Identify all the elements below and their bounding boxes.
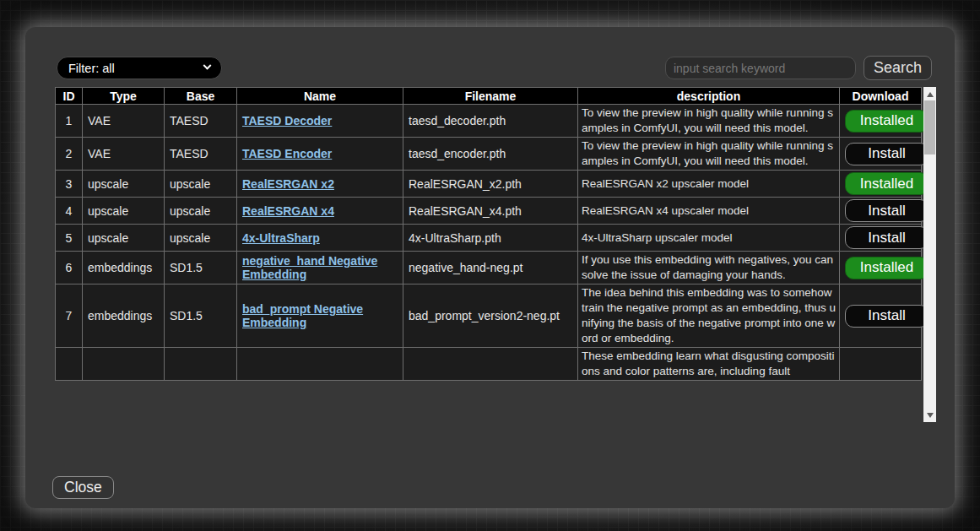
column-header-download: Download — [840, 88, 922, 105]
table-row: These embedding learn what disgusting co… — [56, 348, 922, 381]
model-name-link[interactable]: TAESD Encoder — [242, 147, 332, 160]
scrollbar-down-arrow-icon[interactable] — [923, 409, 936, 421]
cell-description: If you use this embedding with negatives… — [578, 252, 840, 284]
cell-type — [83, 348, 165, 381]
column-header-filename: Filename — [403, 88, 578, 105]
cell-description: RealESRGAN x4 upscaler model — [578, 198, 840, 225]
scrollbar-up-arrow-icon[interactable] — [923, 88, 936, 100]
search-button[interactable]: Search — [864, 56, 932, 80]
model-name-link[interactable]: TAESD Decoder — [242, 114, 332, 127]
cell-description: The idea behind this embedding was to so… — [578, 284, 840, 348]
cell-name: negative_hand Negative Embedding — [237, 252, 403, 284]
install-button[interactable]: Install — [845, 305, 929, 328]
cell-download: Install — [840, 198, 922, 225]
cell-type: embeddings — [83, 284, 165, 348]
cell-filename: taesd_decoder.pth — [403, 105, 578, 138]
cell-id: 6 — [56, 252, 83, 284]
cell-filename: taesd_encoder.pth — [403, 138, 578, 171]
model-name-link[interactable]: bad_prompt Negative Embedding — [242, 302, 363, 329]
installed-button[interactable]: Installed — [845, 110, 929, 133]
cell-type: VAE — [83, 105, 165, 138]
scrollbar-thumb[interactable] — [924, 100, 935, 154]
cell-id — [56, 348, 83, 381]
cell-download: Install — [840, 138, 922, 171]
column-header-type: Type — [83, 88, 165, 105]
cell-name: RealESRGAN x4 — [237, 198, 403, 225]
cell-base: upscale — [165, 171, 237, 198]
table-row: 2VAETAESDTAESD Encodertaesd_encoder.pthT… — [56, 138, 922, 171]
cell-base: upscale — [165, 198, 237, 225]
cell-id: 4 — [56, 198, 83, 225]
install-button[interactable]: Install — [845, 143, 929, 165]
cell-filename: negative_hand-neg.pt — [403, 252, 578, 284]
cell-filename: bad_prompt_version2-neg.pt — [403, 284, 578, 348]
search-input[interactable] — [665, 57, 856, 79]
cell-base: upscale — [165, 225, 237, 252]
cell-download: Install — [840, 284, 922, 348]
cell-description: These embedding learn what disgusting co… — [578, 348, 840, 381]
table-header-row: IDTypeBaseNameFilenamedescriptionDownloa… — [56, 88, 922, 105]
model-table-container: IDTypeBaseNameFilenamedescriptionDownloa… — [55, 87, 936, 422]
chevron-down-icon — [203, 62, 212, 70]
cell-id: 3 — [56, 171, 83, 198]
cell-download — [840, 348, 922, 381]
filter-select-value: Filter: all — [68, 62, 115, 75]
cell-name: 4x-UltraSharp — [237, 225, 403, 252]
cell-id: 5 — [56, 225, 83, 252]
table-row: 3upscaleupscaleRealESRGAN x2RealESRGAN_x… — [56, 171, 922, 198]
installed-button[interactable]: Installed — [845, 172, 929, 195]
cell-type: upscale — [83, 171, 165, 198]
model-name-link[interactable]: RealESRGAN x4 — [242, 204, 334, 218]
cell-filename — [403, 348, 578, 381]
cell-id: 2 — [56, 138, 83, 171]
cell-name: RealESRGAN x2 — [237, 171, 403, 198]
cell-filename: RealESRGAN_x4.pth — [403, 198, 578, 225]
cell-id: 7 — [56, 284, 83, 348]
table-row: 7embeddingsSD1.5bad_prompt Negative Embe… — [56, 284, 922, 348]
table-row: 1VAETAESDTAESD Decodertaesd_decoder.pthT… — [56, 105, 922, 138]
model-name-link[interactable]: RealESRGAN x2 — [242, 177, 334, 191]
cell-download: Installed — [840, 105, 922, 138]
cell-description: 4x-UltraSharp upscaler model — [578, 225, 840, 252]
cell-base: TAESD — [165, 105, 237, 138]
cell-download: Installed — [840, 252, 922, 284]
cell-base: SD1.5 — [165, 252, 237, 284]
model-name-link[interactable]: 4x-UltraSharp — [242, 231, 320, 245]
install-button[interactable]: Install — [845, 226, 929, 249]
cell-download: Install — [840, 225, 922, 252]
cell-type: upscale — [83, 225, 165, 252]
cell-type: upscale — [83, 198, 165, 225]
column-header-id: ID — [56, 88, 83, 105]
cell-type: VAE — [83, 138, 165, 171]
model-manager-dialog: Filter: all Search IDTypeBaseNameFilenam… — [25, 27, 955, 508]
comfyui-canvas: Filter: all Search IDTypeBaseNameFilenam… — [0, 0, 980, 531]
cell-base — [165, 348, 237, 381]
cell-id: 1 — [56, 105, 83, 138]
filter-select[interactable]: Filter: all — [57, 57, 222, 79]
model-name-link[interactable]: negative_hand Negative Embedding — [242, 254, 377, 281]
model-table-body: 1VAETAESDTAESD Decodertaesd_decoder.pthT… — [56, 105, 922, 381]
cell-description: To view the preview in high quality whil… — [578, 138, 840, 171]
cell-filename: RealESRGAN_x2.pth — [403, 171, 578, 198]
installed-button[interactable]: Installed — [845, 257, 929, 279]
table-row: 4upscaleupscaleRealESRGAN x4RealESRGAN_x… — [56, 198, 922, 225]
install-button[interactable]: Install — [845, 199, 929, 222]
cell-type: embeddings — [83, 252, 165, 284]
cell-download: Installed — [840, 171, 922, 198]
cell-base: SD1.5 — [165, 284, 237, 348]
cell-base: TAESD — [165, 138, 237, 171]
cell-name: TAESD Encoder — [237, 138, 403, 171]
table-scrollbar[interactable] — [923, 87, 936, 422]
column-header-base: Base — [165, 88, 237, 105]
cell-name — [237, 348, 403, 381]
cell-filename: 4x-UltraSharp.pth — [403, 225, 578, 252]
table-row: 5upscaleupscale4x-UltraSharp4x-UltraShar… — [56, 225, 922, 252]
search-area: Search — [665, 56, 932, 80]
column-header-name: Name — [237, 88, 403, 105]
model-table: IDTypeBaseNameFilenamedescriptionDownloa… — [55, 87, 922, 381]
cell-name: TAESD Decoder — [237, 105, 403, 138]
column-header-description: description — [578, 88, 840, 105]
close-button[interactable]: Close — [52, 476, 114, 499]
cell-description: To view the preview in high quality whil… — [578, 105, 840, 138]
table-row: 6embeddingsSD1.5negative_hand Negative E… — [56, 252, 922, 284]
